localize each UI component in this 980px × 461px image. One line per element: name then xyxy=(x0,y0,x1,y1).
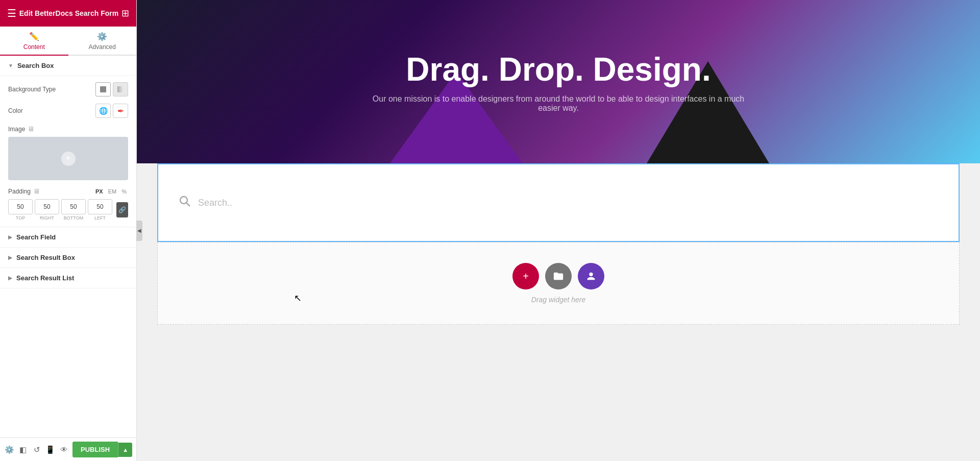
unit-em[interactable]: EM xyxy=(107,188,118,195)
folder-btn[interactable] xyxy=(545,263,572,289)
person-btn[interactable] xyxy=(578,263,604,289)
content-tab-icon: ✏️ xyxy=(29,32,39,41)
bg-btn-gradient[interactable] xyxy=(113,82,128,96)
search-field-arrow: ▶ xyxy=(8,234,12,240)
topbar-title: Edit BetterDocs Search Form xyxy=(16,9,121,18)
padding-top-label: TOP xyxy=(16,215,25,221)
svg-rect-0 xyxy=(100,86,106,92)
search-result-box-label: Search Result Box xyxy=(16,254,75,261)
search-result-list-section: ▶ Search Result List xyxy=(0,268,136,288)
search-result-box-header[interactable]: ▶ Search Result Box xyxy=(0,248,136,268)
add-widget-btn[interactable]: + xyxy=(512,263,539,289)
tab-advanced[interactable]: ⚙️ Advanced xyxy=(68,27,137,55)
content-tab-label: Content xyxy=(23,43,45,51)
layers-icon[interactable]: ◧ xyxy=(18,442,29,457)
main-content: Drag. Drop. Design. Our one mission is t… xyxy=(137,0,980,461)
unit-percent[interactable]: % xyxy=(120,188,128,195)
topbar: ☰ Edit BetterDocs Search Form ⊞ xyxy=(0,0,136,27)
padding-inputs: TOP RIGHT BOTTOM LEFT xyxy=(8,199,128,221)
search-box-header[interactable]: ▼ Search Box xyxy=(0,56,136,76)
panel-content: ▼ Search Box Background Type xyxy=(0,56,136,461)
padding-monitor-icon: 🖥 xyxy=(33,187,40,195)
tabs: ✏️ Content ⚙️ Advanced xyxy=(0,27,136,56)
padding-top-input[interactable] xyxy=(8,199,33,214)
search-box-body: Background Type Color 🌐 xyxy=(0,76,136,227)
bg-type-buttons xyxy=(95,82,128,96)
publish-button[interactable]: PUBLISH xyxy=(72,442,118,457)
padding-link-btn[interactable]: 🔗 xyxy=(116,202,128,217)
grid-icon[interactable]: ⊞ xyxy=(121,8,129,19)
settings-icon[interactable]: ⚙️ xyxy=(4,442,15,457)
search-field-section: ▶ Search Field xyxy=(0,227,136,248)
padding-top-wrap: TOP xyxy=(8,199,33,221)
search-box-label: Search Box xyxy=(17,62,54,69)
hero-section: Drag. Drop. Design. Our one mission is t… xyxy=(137,0,980,163)
bg-btn-solid[interactable] xyxy=(95,82,111,96)
sidebar: ☰ Edit BetterDocs Search Form ⊞ ✏️ Conte… xyxy=(0,0,137,461)
search-field-label: Search Field xyxy=(16,233,56,241)
responsive-icon[interactable]: 📱 xyxy=(45,442,56,457)
monitor-icon: 🖥 xyxy=(28,125,34,133)
svg-rect-1 xyxy=(117,86,124,92)
padding-bottom-label: BOTTOM xyxy=(64,215,83,221)
sidebar-collapse-handle[interactable]: ◀ xyxy=(136,221,142,241)
search-box-arrow: ▼ xyxy=(8,63,13,68)
padding-label: Padding 🖥 xyxy=(8,187,40,195)
background-type-label: Background Type xyxy=(8,86,56,93)
padding-left-input[interactable] xyxy=(88,199,112,214)
search-result-box-section: ▶ Search Result Box xyxy=(0,248,136,268)
drop-zone[interactable]: + Drag widget here xyxy=(157,242,960,325)
bottom-toolbar: ⚙️ ◧ ↺ 📱 👁 PUBLISH ▲ xyxy=(0,438,136,461)
search-placeholder: Search.. xyxy=(198,198,232,208)
padding-label-text: Padding xyxy=(8,188,31,195)
padding-left-wrap: LEFT xyxy=(88,199,112,221)
color-custom-btn[interactable]: ✒ xyxy=(113,104,128,118)
search-result-box-arrow: ▶ xyxy=(8,255,12,260)
publish-btn-group: PUBLISH ▲ xyxy=(72,442,132,457)
search-result-list-header[interactable]: ▶ Search Result List xyxy=(0,268,136,288)
unit-buttons: PX EM % xyxy=(94,188,128,195)
unit-px[interactable]: PX xyxy=(94,188,105,195)
image-label: Image 🖥 xyxy=(8,125,128,133)
history-icon[interactable]: ↺ xyxy=(32,442,42,457)
image-add-icon: + xyxy=(61,152,76,166)
publish-dropdown-button[interactable]: ▲ xyxy=(118,443,132,457)
search-box-area[interactable]: Search.. xyxy=(157,163,960,242)
svg-point-2 xyxy=(180,197,187,204)
padding-left-label: LEFT xyxy=(94,215,106,221)
search-icon xyxy=(179,195,191,210)
image-label-text: Image xyxy=(8,126,25,133)
padding-right-label: RIGHT xyxy=(40,215,54,221)
background-type-row: Background Type xyxy=(8,82,128,96)
padding-section: Padding 🖥 PX EM % TOP xyxy=(8,187,128,221)
color-row: Color 🌐 ✒ xyxy=(8,104,128,118)
hero-title: Drag. Drop. Design. xyxy=(406,51,710,88)
svg-line-3 xyxy=(186,203,190,206)
padding-right-input[interactable] xyxy=(35,199,59,214)
drag-widget-text: Drag widget here xyxy=(531,296,586,304)
advanced-tab-label: Advanced xyxy=(89,43,116,51)
color-global-btn[interactable]: 🌐 xyxy=(95,104,111,118)
search-box-section: ▼ Search Box Background Type xyxy=(0,56,136,227)
padding-bottom-input[interactable] xyxy=(61,199,86,214)
eye-icon[interactable]: 👁 xyxy=(59,442,69,457)
padding-bottom-wrap: BOTTOM xyxy=(61,199,86,221)
padding-right-wrap: RIGHT xyxy=(35,199,59,221)
fab-buttons: + xyxy=(512,263,604,289)
image-upload-area[interactable]: + xyxy=(8,137,128,180)
search-result-list-label: Search Result List xyxy=(16,274,74,282)
color-label: Color xyxy=(8,107,23,114)
padding-header: Padding 🖥 PX EM % xyxy=(8,187,128,195)
tab-content[interactable]: ✏️ Content xyxy=(0,27,68,56)
advanced-tab-icon: ⚙️ xyxy=(97,32,107,41)
search-result-list-arrow: ▶ xyxy=(8,275,12,281)
search-field-header[interactable]: ▶ Search Field xyxy=(0,227,136,247)
image-row: Image 🖥 + xyxy=(8,125,128,180)
color-buttons: 🌐 ✒ xyxy=(95,104,128,118)
hamburger-icon[interactable]: ☰ xyxy=(7,7,16,19)
hero-subtitle: Our one mission is to enable designers f… xyxy=(354,94,763,113)
